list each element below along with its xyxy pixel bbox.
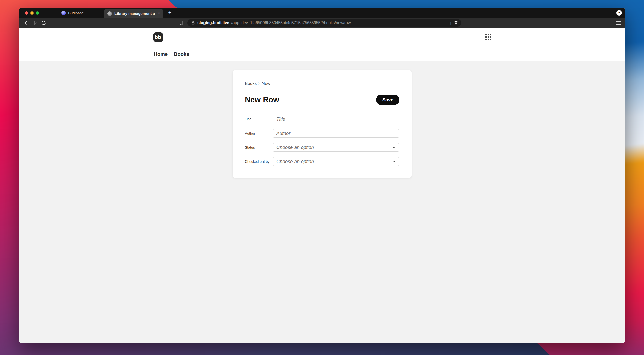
app-header: bb Home Books (19, 28, 625, 61)
tab-search-button[interactable]: ▼ (616, 10, 622, 16)
new-tab-button[interactable]: + (166, 9, 173, 16)
close-window-button[interactable] (25, 11, 28, 15)
browser-menu-button[interactable] (616, 20, 621, 25)
new-row-card: Books > New New Row Save Title Author St… (233, 70, 412, 178)
field-label: Author (245, 131, 273, 135)
tab-budibase[interactable]: Budibase (61, 8, 84, 18)
apps-grid-icon[interactable] (485, 34, 491, 40)
field-label: Checked out by (245, 159, 273, 164)
browser-toolbar: staging.budi.live /app_dev_1fa65096b8504… (19, 18, 625, 28)
app-logo[interactable]: bb (153, 32, 163, 42)
chevron-down-icon (392, 159, 396, 164)
window-controls (25, 11, 39, 15)
browser-tab-bar: Budibase Library management app ✕ + ▼ (19, 8, 625, 18)
minimize-window-button[interactable] (30, 11, 34, 15)
bookmark-icon[interactable] (178, 20, 184, 26)
brave-shield-icon[interactable] (454, 21, 458, 25)
app-nav: Home Books (154, 51, 189, 57)
url-separator: | (450, 21, 451, 25)
tab-label: Budibase (68, 11, 84, 15)
address-bar[interactable]: staging.budi.live /app_dev_1fa65096b8504… (187, 19, 461, 27)
form-row-author: Author (245, 129, 399, 138)
save-button[interactable]: Save (376, 95, 399, 105)
nav-link-home[interactable]: Home (154, 51, 168, 57)
page-title: New Row (245, 95, 279, 104)
url-host: staging.budi.live (197, 21, 229, 25)
field-label: Status (245, 145, 273, 149)
app-body: Books > New New Row Save Title Author St… (19, 61, 625, 343)
checked-out-by-select[interactable]: Choose an option (273, 157, 399, 166)
reload-button[interactable] (41, 20, 47, 26)
form-row-status: Status Choose an option (245, 143, 399, 152)
globe-favicon-icon (107, 11, 112, 16)
new-row-form: Title Author Status Choose an option (245, 115, 399, 166)
url-path: /app_dev_1fa65096b850455bb4c5715a7565595… (231, 21, 448, 25)
chevron-down-icon (392, 145, 396, 150)
breadcrumb[interactable]: Books > New (245, 81, 399, 86)
form-row-checked-out-by: Checked out by Choose an option (245, 157, 399, 166)
status-select[interactable]: Choose an option (273, 143, 399, 152)
zoom-window-button[interactable] (36, 11, 39, 15)
browser-window: Budibase Library management app ✕ + ▼ st… (19, 8, 625, 343)
nav-link-books[interactable]: Books (174, 51, 189, 57)
budibase-favicon-icon (61, 11, 66, 15)
close-tab-icon[interactable]: ✕ (158, 12, 160, 15)
lock-icon (191, 21, 195, 25)
select-placeholder: Choose an option (276, 159, 392, 164)
select-placeholder: Choose an option (276, 145, 392, 150)
field-label: Title (245, 117, 273, 121)
forward-button[interactable] (32, 20, 38, 26)
title-field[interactable] (273, 115, 399, 123)
author-field[interactable] (273, 129, 399, 138)
form-row-title: Title (245, 115, 399, 123)
tab-label: Library management app (114, 11, 155, 16)
tab-library-management-app[interactable]: Library management app ✕ (104, 9, 163, 18)
back-button[interactable] (23, 20, 30, 26)
